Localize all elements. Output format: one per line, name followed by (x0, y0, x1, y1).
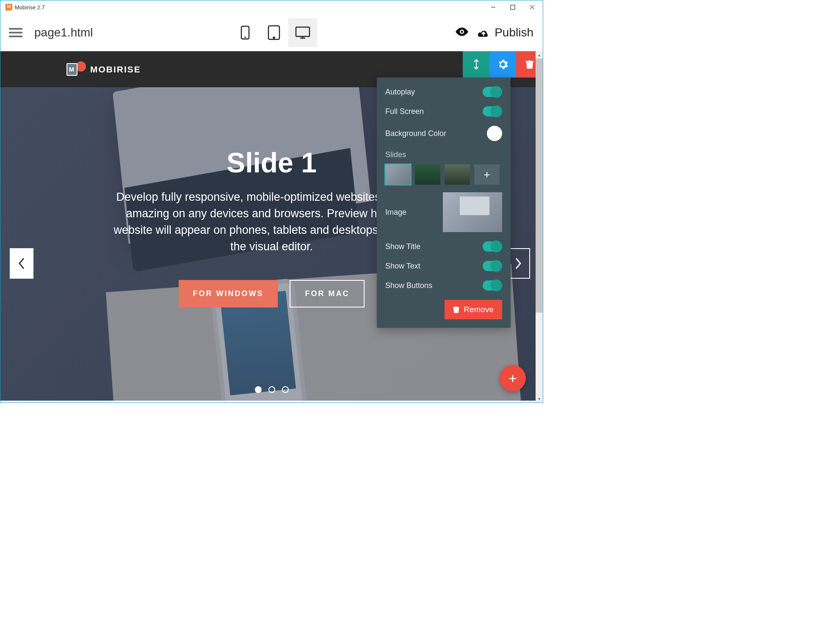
maximize-button[interactable] (503, 1, 522, 14)
carousel-dot-1[interactable] (255, 386, 262, 393)
svg-point-9 (461, 30, 463, 33)
block-controls (463, 51, 543, 78)
chevron-left-icon (18, 258, 25, 269)
chevron-right-icon (514, 258, 522, 269)
bgcolor-label: Background Color (385, 129, 446, 138)
svg-point-4 (273, 37, 274, 38)
show-title-label: Show Title (385, 242, 420, 251)
image-label: Image (385, 208, 406, 217)
minimize-button[interactable] (484, 1, 503, 14)
carousel-prev-button[interactable] (10, 248, 33, 279)
brand[interactable]: M MOBIRISE (64, 60, 141, 79)
svg-rect-0 (511, 5, 515, 9)
image-preview[interactable] (443, 192, 502, 232)
slide-thumb-3[interactable] (445, 164, 470, 185)
device-tablet-button[interactable] (260, 18, 288, 47)
show-text-toggle[interactable] (483, 261, 502, 271)
app-icon (6, 4, 12, 11)
remove-slide-button[interactable]: Remove (445, 300, 502, 319)
block-move-button[interactable] (463, 51, 489, 78)
fullscreen-toggle[interactable] (483, 106, 502, 116)
scroll-down-button[interactable]: ▾ (536, 395, 543, 402)
show-text-label: Show Text (385, 262, 420, 271)
show-title-toggle[interactable] (483, 241, 502, 252)
plus-icon: + (508, 370, 517, 387)
carousel-dot-3[interactable] (282, 386, 289, 393)
brand-logo-icon: M (64, 60, 83, 79)
slide-thumb-2[interactable] (415, 164, 440, 185)
publish-button[interactable]: Publish (477, 26, 539, 39)
trash-icon (525, 59, 534, 69)
slides-heading: Slides (385, 150, 502, 159)
autoplay-label: Autoplay (385, 88, 415, 97)
menu-icon[interactable] (9, 26, 22, 39)
for-mac-button[interactable]: FOR MAC (290, 280, 365, 307)
trash-icon (453, 306, 459, 313)
carousel-dots (0, 386, 543, 393)
add-block-fab[interactable]: + (500, 365, 526, 391)
bgcolor-swatch[interactable] (487, 126, 502, 141)
close-button[interactable] (522, 1, 542, 14)
slide-thumb-1[interactable] (385, 164, 411, 185)
device-phone-button[interactable] (231, 18, 260, 47)
cloud-upload-icon (477, 28, 490, 38)
gear-icon (497, 59, 508, 70)
scroll-up-button[interactable]: ▴ (536, 51, 543, 58)
publish-label: Publish (495, 26, 533, 39)
vertical-scrollbar[interactable]: ▴ ▾ (536, 51, 543, 402)
carousel-dot-2[interactable] (268, 386, 275, 393)
for-windows-button[interactable]: FOR WINDOWS (179, 280, 278, 307)
window-titlebar: Mobirise 2.7 (0, 0, 543, 14)
svg-rect-5 (296, 27, 309, 36)
device-desktop-button[interactable] (288, 18, 317, 47)
brand-text: MOBIRISE (90, 64, 141, 75)
autoplay-toggle[interactable] (483, 87, 502, 97)
block-settings-panel: Autoplay Full Screen Background Color Sl… (377, 78, 511, 328)
add-slide-button[interactable]: + (474, 164, 500, 185)
fullscreen-label: Full Screen (385, 107, 424, 116)
show-buttons-label: Show Buttons (385, 281, 432, 290)
app-toolbar: page1.html Publish (0, 14, 543, 51)
preview-button[interactable] (455, 27, 469, 39)
block-settings-button[interactable] (489, 51, 516, 78)
scroll-thumb[interactable] (536, 58, 543, 313)
window-title: Mobirise 2.7 (15, 4, 45, 11)
show-buttons-toggle[interactable] (483, 280, 502, 291)
remove-label: Remove (464, 305, 494, 314)
page-name[interactable]: page1.html (34, 26, 93, 39)
